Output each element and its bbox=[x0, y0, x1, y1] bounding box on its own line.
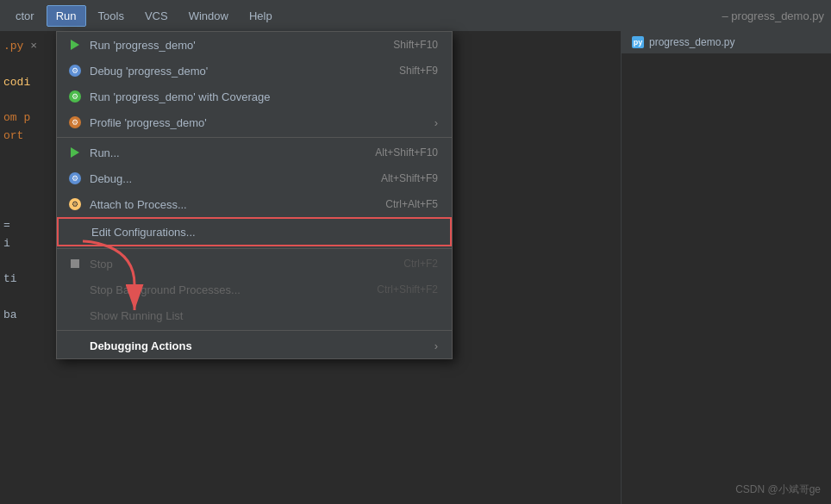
profile-arrow: › bbox=[434, 116, 438, 129]
profile-label: Profile 'progress_demo' bbox=[90, 116, 428, 129]
menu-item-edit-config[interactable]: Edit Configurations... bbox=[57, 217, 452, 246]
debug-icon: ⚙ bbox=[67, 63, 83, 78]
debug-demo-shortcut: Shift+F9 bbox=[399, 65, 438, 77]
run-dots-shortcut: Alt+Shift+F10 bbox=[375, 146, 438, 159]
menu-item-stop-bg[interactable]: Stop Background Processes... Ctrl+Shift+… bbox=[57, 277, 452, 302]
stop-bg-icon bbox=[67, 282, 83, 297]
watermark: CSDN @小斌哥ge bbox=[735, 482, 821, 497]
menu-item-profile[interactable]: ⚙ Profile 'progress_demo' › bbox=[57, 109, 452, 135]
menu-item-debug-dots[interactable]: ⚙ Debug... Alt+Shift+F9 bbox=[57, 165, 452, 191]
stop-icon bbox=[67, 256, 83, 271]
menu-item-run-dots[interactable]: Run... Alt+Shift+F10 bbox=[57, 140, 452, 165]
run-demo-shortcut: Shift+F10 bbox=[393, 39, 438, 51]
show-running-label: Show Running List bbox=[90, 309, 438, 322]
debug-actions-arrow: › bbox=[434, 339, 438, 352]
menu-item-show-running[interactable]: Show Running List bbox=[57, 302, 452, 328]
debug-actions-icon bbox=[67, 338, 83, 353]
coverage-icon: ⚙ bbox=[67, 89, 83, 104]
edit-config-label: Edit Configurations... bbox=[91, 226, 436, 239]
right-tab: py progress_demo.py bbox=[622, 31, 831, 54]
run-coverage-label: Run 'progress_demo' with Coverage bbox=[90, 90, 403, 103]
attach-icon: ⚙ bbox=[67, 196, 83, 212]
menubar-item-window[interactable]: Window bbox=[180, 6, 237, 26]
menubar-item-ctor[interactable]: ctor bbox=[7, 6, 43, 26]
menu-item-run-coverage[interactable]: ⚙ Run 'progress_demo' with Coverage bbox=[57, 84, 452, 109]
attach-label: Attach to Process... bbox=[90, 198, 351, 211]
menu-item-debug-actions[interactable]: Debugging Actions › bbox=[57, 333, 452, 358]
stop-label: Stop bbox=[90, 258, 369, 271]
menu-item-stop[interactable]: Stop Ctrl+F2 bbox=[57, 251, 452, 277]
debug-dots-label: Debug... bbox=[90, 172, 347, 185]
right-tab-label: progress_demo.py bbox=[649, 36, 734, 48]
code-snippet: .py × codi om p ort = i ti ba bbox=[0, 31, 41, 332]
menu-item-run-demo[interactable]: Run 'progress_demo' Shift+F10 bbox=[57, 32, 452, 58]
menubar-item-help[interactable]: Help bbox=[241, 6, 281, 26]
menubar: ctor Run Tools VCS Window Help – progres… bbox=[0, 0, 831, 31]
stop-bg-shortcut: Ctrl+Shift+F2 bbox=[377, 283, 438, 296]
profile-icon: ⚙ bbox=[67, 115, 83, 130]
separator-1 bbox=[57, 137, 452, 138]
run-dots-label: Run... bbox=[90, 146, 341, 159]
run-dropdown-menu: Run 'progress_demo' Shift+F10 ⚙ Debug 'p… bbox=[56, 31, 453, 359]
menu-item-attach[interactable]: ⚙ Attach to Process... Ctrl+Alt+F5 bbox=[57, 191, 452, 217]
run-icon bbox=[67, 37, 83, 53]
menubar-item-run[interactable]: Run bbox=[47, 5, 86, 27]
stop-shortcut: Ctrl+F2 bbox=[403, 258, 438, 270]
separator-3 bbox=[57, 330, 452, 331]
window-title: – progress_demo.py bbox=[722, 9, 824, 22]
debug-demo-label: Debug 'progress_demo' bbox=[90, 65, 365, 78]
menubar-item-tools[interactable]: Tools bbox=[90, 6, 133, 26]
debug-dots-shortcut: Alt+Shift+F9 bbox=[381, 172, 438, 184]
edit-config-icon bbox=[69, 224, 84, 240]
debug-dots-icon: ⚙ bbox=[67, 171, 83, 186]
run-demo-label: Run 'progress_demo' bbox=[90, 39, 359, 52]
run-dots-icon bbox=[67, 145, 83, 160]
right-panel: py progress_demo.py bbox=[621, 31, 831, 504]
show-running-icon bbox=[67, 308, 83, 323]
stop-bg-label: Stop Background Processes... bbox=[90, 283, 342, 296]
attach-shortcut: Ctrl+Alt+F5 bbox=[385, 198, 438, 210]
debug-actions-label: Debugging Actions bbox=[90, 339, 428, 352]
menubar-item-vcs[interactable]: VCS bbox=[136, 6, 177, 26]
python-icon: py bbox=[632, 36, 644, 48]
menu-item-debug-demo[interactable]: ⚙ Debug 'progress_demo' Shift+F9 bbox=[57, 58, 452, 84]
separator-2 bbox=[57, 248, 452, 249]
